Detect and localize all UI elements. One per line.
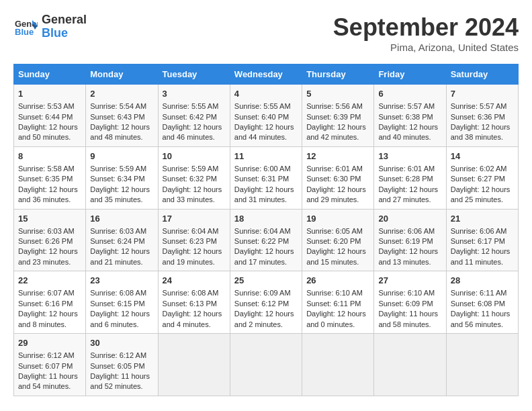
day-info-line: Sunrise: 5:56 AM: [306, 101, 369, 111]
day-info-line: Sunset: 6:20 PM: [306, 236, 369, 246]
calendar-cell: 7Sunrise: 5:57 AMSunset: 6:36 PMDaylight…: [446, 85, 518, 147]
day-info-line: and 48 minutes.: [90, 132, 153, 142]
calendar-cell: 28Sunrise: 6:11 AMSunset: 6:08 PMDayligh…: [446, 271, 518, 334]
day-info-line: Daylight: 12 hours: [18, 309, 81, 319]
day-info-line: Sunset: 6:22 PM: [234, 236, 298, 246]
day-number: 21: [451, 213, 514, 225]
calendar-cell: 12Sunrise: 6:01 AMSunset: 6:30 PMDayligh…: [302, 146, 374, 209]
day-info-line: Daylight: 12 hours: [234, 122, 298, 132]
col-header-monday: Monday: [86, 64, 158, 85]
day-info-line: Sunset: 6:27 PM: [451, 174, 514, 184]
logo-general: General: [42, 13, 87, 27]
day-info-line: and 8 minutes.: [18, 320, 81, 330]
day-info-line: and 17 minutes.: [234, 257, 298, 267]
day-info-line: Sunrise: 5:54 AM: [90, 101, 153, 111]
day-info-line: Sunrise: 6:08 AM: [163, 288, 226, 298]
day-info-line: and 31 minutes.: [234, 195, 298, 205]
day-info-line: Sunset: 6:13 PM: [163, 299, 226, 309]
day-info-line: Sunset: 6:28 PM: [378, 174, 441, 184]
calendar-cell: 18Sunrise: 6:04 AMSunset: 6:22 PMDayligh…: [230, 209, 302, 271]
day-info-line: Sunrise: 6:06 AM: [378, 226, 441, 236]
day-info-line: Daylight: 11 hours: [378, 309, 441, 319]
calendar-cell: [302, 334, 374, 396]
calendar-cell: [230, 334, 302, 396]
day-info-line: Daylight: 12 hours: [163, 185, 226, 195]
day-info-line: Sunset: 6:09 PM: [378, 299, 441, 309]
day-info-line: Daylight: 11 hours: [18, 371, 81, 381]
title-block: September 2024 Pima, Arizona, United Sta…: [333, 13, 519, 53]
day-number: 25: [234, 275, 298, 287]
day-number: 23: [90, 275, 153, 287]
day-number: 7: [451, 88, 514, 100]
day-number: 2: [90, 88, 153, 100]
day-info-line: and 36 minutes.: [18, 195, 81, 205]
day-info-line: and 56 minutes.: [451, 320, 514, 330]
day-info-line: and 2 minutes.: [234, 320, 298, 330]
day-info-line: Sunset: 6:24 PM: [90, 236, 153, 246]
day-info-line: Sunset: 6:36 PM: [451, 112, 514, 122]
col-header-friday: Friday: [374, 64, 446, 85]
calendar-cell: 27Sunrise: 6:10 AMSunset: 6:09 PMDayligh…: [374, 271, 446, 334]
day-info-line: Daylight: 12 hours: [378, 185, 441, 195]
day-number: 28: [451, 275, 514, 287]
day-info-line: Daylight: 12 hours: [90, 185, 153, 195]
day-info-line: and 52 minutes.: [90, 381, 153, 392]
day-info-line: Daylight: 12 hours: [234, 309, 298, 319]
col-header-saturday: Saturday: [446, 64, 518, 85]
calendar-cell: 14Sunrise: 6:02 AMSunset: 6:27 PMDayligh…: [446, 146, 518, 209]
calendar-cell: 30Sunrise: 6:12 AMSunset: 6:05 PMDayligh…: [86, 334, 158, 396]
day-info-line: Sunset: 6:15 PM: [90, 299, 153, 309]
calendar-cell: 4Sunrise: 5:55 AMSunset: 6:40 PMDaylight…: [230, 85, 302, 147]
day-info-line: Daylight: 12 hours: [378, 122, 441, 132]
day-number: 11: [234, 150, 298, 163]
day-info-line: and 29 minutes.: [306, 195, 369, 205]
day-info-line: Sunrise: 6:01 AM: [378, 164, 441, 174]
day-info-line: and 42 minutes.: [306, 132, 369, 142]
day-info-line: and 27 minutes.: [378, 195, 441, 205]
day-info-line: Sunrise: 5:59 AM: [90, 164, 153, 174]
day-info-line: Sunrise: 5:58 AM: [18, 164, 81, 174]
calendar-cell: 23Sunrise: 6:08 AMSunset: 6:15 PMDayligh…: [86, 271, 158, 334]
day-number: 24: [163, 275, 226, 287]
day-info-line: Sunrise: 6:01 AM: [306, 164, 369, 174]
calendar-header-row: SundayMondayTuesdayWednesdayThursdayFrid…: [14, 64, 519, 85]
day-info-line: Daylight: 11 hours: [90, 371, 153, 381]
day-info-line: and 25 minutes.: [451, 195, 514, 205]
calendar-cell: 5Sunrise: 5:56 AMSunset: 6:39 PMDaylight…: [302, 85, 374, 147]
page-header: General Blue General Blue September 2024…: [13, 13, 519, 53]
day-info-line: Sunset: 6:16 PM: [18, 299, 81, 309]
day-number: 26: [306, 275, 369, 287]
day-info-line: Daylight: 12 hours: [234, 185, 298, 195]
day-info-line: and 13 minutes.: [378, 257, 441, 267]
day-info-line: Daylight: 12 hours: [18, 246, 81, 257]
day-info-line: Sunrise: 6:12 AM: [18, 351, 81, 361]
svg-text:Blue: Blue: [15, 27, 34, 37]
day-info-line: Daylight: 12 hours: [90, 122, 153, 132]
day-info-line: Sunrise: 6:03 AM: [18, 226, 81, 236]
day-info-line: Sunrise: 6:06 AM: [451, 226, 514, 236]
day-number: 12: [306, 150, 369, 163]
calendar-cell: 8Sunrise: 5:58 AMSunset: 6:35 PMDaylight…: [14, 146, 86, 209]
day-info-line: Daylight: 12 hours: [306, 122, 369, 132]
calendar-cell: 3Sunrise: 5:55 AMSunset: 6:42 PMDaylight…: [158, 85, 230, 147]
calendar-cell: 19Sunrise: 6:05 AMSunset: 6:20 PMDayligh…: [302, 209, 374, 271]
day-info-line: Sunset: 6:40 PM: [234, 112, 298, 122]
day-info-line: Daylight: 12 hours: [163, 309, 226, 319]
day-info-line: Daylight: 12 hours: [378, 246, 441, 257]
day-info-line: and 15 minutes.: [306, 257, 369, 267]
day-info-line: Daylight: 12 hours: [163, 122, 226, 132]
day-info-line: Daylight: 12 hours: [306, 185, 369, 195]
day-info-line: and 35 minutes.: [90, 195, 153, 205]
day-number: 8: [18, 150, 81, 163]
day-number: 14: [451, 150, 514, 163]
calendar-cell: 13Sunrise: 6:01 AMSunset: 6:28 PMDayligh…: [374, 146, 446, 209]
day-number: 1: [18, 88, 81, 100]
day-info-line: Sunset: 6:34 PM: [90, 174, 153, 184]
calendar-cell: 20Sunrise: 6:06 AMSunset: 6:19 PMDayligh…: [374, 209, 446, 271]
day-info-line: Sunset: 6:19 PM: [378, 236, 441, 246]
day-info-line: Daylight: 12 hours: [90, 246, 153, 257]
calendar-table: SundayMondayTuesdayWednesdayThursdayFrid…: [13, 64, 519, 396]
day-info-line: and 11 minutes.: [451, 257, 514, 267]
day-info-line: Sunrise: 6:02 AM: [451, 164, 514, 174]
calendar-cell: 9Sunrise: 5:59 AMSunset: 6:34 PMDaylight…: [86, 146, 158, 209]
